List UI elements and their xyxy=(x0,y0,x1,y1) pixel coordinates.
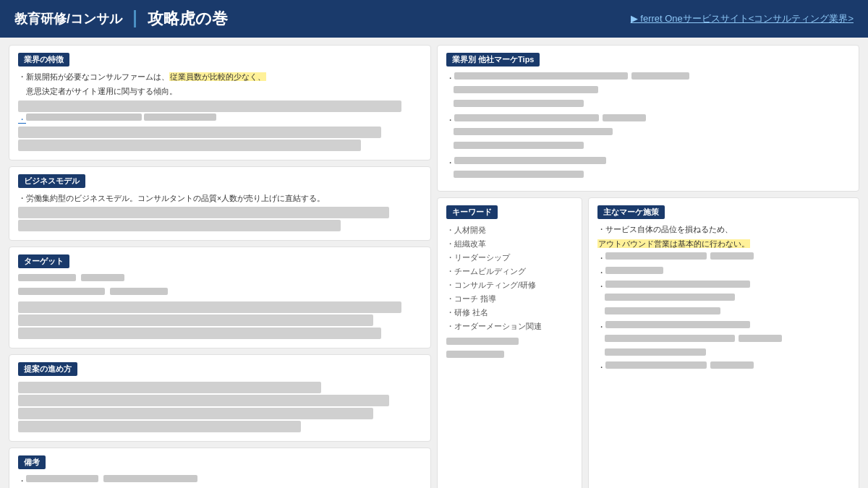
marke-blurred-3: ・ xyxy=(597,281,850,293)
t-blurred-3 xyxy=(18,301,401,313)
keyword-card: キーワード ・人材開発 ・組織改革 ・リーダーシップ ・チームビルディング ・コ… xyxy=(437,197,582,488)
blurred-4 xyxy=(18,140,361,151)
m-b5 xyxy=(605,307,720,314)
industry-features-title: 業界の特徴 xyxy=(18,53,69,67)
page-header: 教育研修/コンサル 攻略虎の巻 ▶ ferret Oneサービスサイト<コンサル… xyxy=(0,0,868,38)
kw-8: ・オーダーメーション関連 xyxy=(446,320,573,333)
marke-blurred-sub4 xyxy=(605,348,850,361)
blurred-3 xyxy=(18,127,381,138)
t-link1 xyxy=(18,288,105,295)
target-title: ターゲット xyxy=(18,254,69,268)
header-title: 攻略虎の巻 xyxy=(148,8,228,30)
keyword-title: キーワード xyxy=(446,205,498,219)
tips-bullet-1: ・ xyxy=(446,72,850,85)
marke-blurred-5: ・ xyxy=(597,361,850,374)
target-blurred-1 xyxy=(18,274,422,286)
marke-highlight: アウトバウンド営業は基本的に行わない。 xyxy=(597,239,750,248)
m-b2 xyxy=(605,267,663,274)
kw-6: ・コーチ 指導 xyxy=(446,292,573,306)
marke-line1: ・サービス自体の品位を損ねるため、 xyxy=(597,223,850,236)
target-blurred-2 xyxy=(18,288,422,300)
m-b4 xyxy=(605,294,735,301)
left-column: 業界の特徴 ・新規開拓が必要なコンサルファームは、従業員数が比較的少なく、 意思… xyxy=(9,45,431,488)
tips-b1 xyxy=(454,72,628,80)
highlight-employees: 従業員数が比較的少なく、 xyxy=(169,72,266,81)
marke-line2: アウトバウンド営業は基本的に行わない。 xyxy=(597,238,850,250)
tips-blurred-sub2 xyxy=(454,100,850,112)
kw-2: ・組織改革 xyxy=(446,237,573,251)
t-b3 xyxy=(110,288,168,295)
m-b8 xyxy=(605,348,706,356)
main-marke-body: ・サービス自体の品位を損ねるため、 アウトバウンド営業は基本的に行わない。 ・ … xyxy=(597,223,850,374)
biz-blurred-1 xyxy=(18,207,389,218)
tips-b7 xyxy=(454,157,606,164)
tips-blurred-sub1 xyxy=(454,86,850,98)
main-marke-card: 主なマーケ施策 ・サービス自体の品位を損ねるため、 アウトバウンド営業は基本的に… xyxy=(588,197,859,488)
m-b3 xyxy=(605,281,750,288)
m-b1 xyxy=(605,252,707,260)
header-left: 教育研修/コンサル 攻略虎の巻 xyxy=(14,8,631,30)
industry-features-body: ・新規開拓が必要なコンサルファームは、従業員数が比較的少なく、 意思決定者がサイ… xyxy=(18,71,422,151)
biz-blurred-2 xyxy=(18,220,341,231)
t-blurred-5 xyxy=(18,328,381,339)
tips-blurred-sub4 xyxy=(454,142,850,154)
tips-b6 xyxy=(454,142,584,149)
industry-blurred-link: ・ xyxy=(18,114,422,126)
kw-b2 xyxy=(446,351,504,358)
tips-bullet-3: ・ xyxy=(446,157,850,169)
tips-bullet-2: ・ xyxy=(446,114,850,127)
t-b1 xyxy=(18,274,76,281)
r-b1 xyxy=(103,475,197,482)
mid-row: キーワード ・人材開発 ・組織改革 ・リーダーシップ ・チームビルディング ・コ… xyxy=(437,197,859,488)
m-b7b xyxy=(739,335,782,342)
proposal-title: 提案の進め方 xyxy=(18,362,77,376)
industry-line2: 意思決定者がサイト運用に関与する傾向。 xyxy=(18,85,422,98)
tips-blurred-sub5 xyxy=(454,171,850,183)
industry-line1: ・新規開拓が必要なコンサルファームは、従業員数が比較的少なく、 xyxy=(18,71,422,83)
main-content: 業界の特徴 ・新規開拓が必要なコンサルファームは、従業員数が比較的少なく、 意思… xyxy=(0,38,868,488)
m-b1b xyxy=(710,252,754,260)
kw-blurred-1 xyxy=(446,338,573,351)
target-body xyxy=(18,274,422,339)
marke-blurred-sub1 xyxy=(605,294,850,306)
tips-b5 xyxy=(454,128,613,135)
marke-blurred-2: ・ xyxy=(597,267,850,279)
proposal-body xyxy=(18,382,422,432)
kw-5: ・コンサルティング/研修 xyxy=(446,278,573,292)
kw-blurred-2 xyxy=(446,351,573,364)
tips-blurred-sub3 xyxy=(454,128,850,140)
kw-4: ・チームビルディング xyxy=(446,265,573,278)
r-link1 xyxy=(26,475,98,482)
t-b2 xyxy=(81,274,124,281)
blurred-link-1 xyxy=(26,114,142,121)
business-model-body: ・労働集約型のビジネスモデル。コンサルタントの品質×人数が売り上げに直結する。 xyxy=(18,192,422,231)
m-b6 xyxy=(605,321,750,328)
keyword-list: ・人材開発 ・組織改革 ・リーダーシップ ・チームビルディング ・コンサルティン… xyxy=(446,223,573,364)
other-tips-card: 業界別 他社マーケTips ・ ・ xyxy=(437,45,859,192)
other-tips-body: ・ ・ xyxy=(446,72,850,182)
marke-blurred-1: ・ xyxy=(597,252,850,265)
t-blurred-4 xyxy=(18,314,373,326)
header-category: 教育研修/コンサル xyxy=(14,10,136,27)
m-b9 xyxy=(710,361,754,369)
blurred-2 xyxy=(144,114,216,121)
other-tips-title: 業界別 他社マーケTips xyxy=(446,53,540,67)
business-model-card: ビジネスモデル ・労働集約型のビジネスモデル。コンサルタントの品質×人数が売り上… xyxy=(9,166,431,241)
right-column: 業界別 他社マーケTips ・ ・ xyxy=(437,45,859,488)
header-link[interactable]: ▶ ferret Oneサービスサイト<コンサルティング業界> xyxy=(631,12,854,25)
kw-7: ・研修 社名 xyxy=(446,306,573,320)
tips-b4 xyxy=(454,114,599,121)
tips-b1b xyxy=(631,72,689,80)
m-b7 xyxy=(605,335,735,342)
p-b4 xyxy=(18,421,301,432)
tips-b4b xyxy=(603,114,646,121)
marke-blurred-4: ・ xyxy=(597,321,850,333)
kw-b1 xyxy=(446,338,519,345)
blurred-1 xyxy=(18,100,401,112)
target-card: ターゲット xyxy=(9,247,431,348)
tips-b3 xyxy=(454,100,584,107)
marke-blurred-sub2 xyxy=(605,307,850,320)
tips-link1 xyxy=(454,171,584,178)
kw-3: ・リーダーシップ xyxy=(446,251,573,265)
p-b2 xyxy=(18,395,389,406)
